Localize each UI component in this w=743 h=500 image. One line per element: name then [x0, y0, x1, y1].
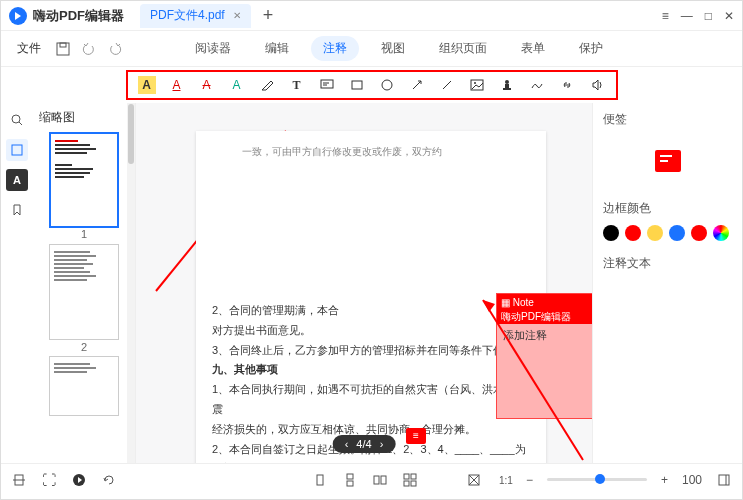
svg-line-7 [413, 81, 421, 89]
text-icon[interactable]: T [288, 76, 306, 94]
doc-line3a: 3、合同终止后，乙方 [212, 344, 317, 356]
right-panel: 便签 边框颜色 注释文本 [592, 103, 742, 463]
svg-rect-28 [381, 476, 386, 484]
page-navigator: ‹ 4/4 › [333, 435, 396, 453]
file-menu[interactable]: 文件 [13, 40, 45, 57]
pencil-icon[interactable] [258, 76, 276, 94]
svg-rect-25 [347, 474, 353, 479]
search-icon[interactable] [6, 109, 28, 131]
tab-annotate[interactable]: 注释 [311, 36, 359, 61]
svg-text:1:1: 1:1 [499, 475, 513, 486]
thumbnails-icon[interactable] [6, 139, 28, 161]
color-red-2[interactable] [691, 225, 707, 241]
doc-line3b: 参加甲方的管理招标并在同等条件下优先 [317, 344, 515, 356]
titlebar: 嗨动PDF编辑器 PDF文件4.pdf ✕ + ≡ — □ ✕ [1, 1, 742, 31]
annotation-toolbar: A A A A T [126, 70, 618, 100]
thumbnail-3[interactable] [49, 356, 119, 416]
underline-icon[interactable]: A [168, 76, 186, 94]
zoom-out-icon[interactable]: − [526, 473, 533, 487]
thumb-scrollbar[interactable] [127, 103, 135, 463]
svg-point-14 [12, 115, 20, 123]
svg-point-13 [505, 80, 509, 84]
color-black[interactable] [603, 225, 619, 241]
menu-icon[interactable]: ≡ [662, 9, 669, 23]
tab-form[interactable]: 表单 [509, 36, 557, 61]
single-page-icon[interactable] [312, 472, 328, 488]
thumbnail-2[interactable]: 2 [49, 244, 119, 340]
tab-protect[interactable]: 保护 [567, 36, 615, 61]
page-indicator: 4/4 [356, 438, 371, 450]
redo-icon[interactable] [107, 41, 123, 57]
undo-icon[interactable] [81, 41, 97, 57]
app-title: 嗨动PDF编辑器 [33, 7, 124, 25]
signature-icon[interactable] [528, 76, 546, 94]
left-iconbar: A [1, 103, 33, 463]
doc-line2: 对方提出书面意见。 [212, 321, 530, 341]
zoom-value: 100 [682, 473, 702, 487]
note-source: 嗨动PDF编辑器 [497, 310, 592, 324]
actual-size-icon[interactable]: 1:1 [496, 472, 512, 488]
fit-page-icon[interactable] [466, 472, 482, 488]
two-continuous-icon[interactable] [402, 472, 418, 488]
zoom-in-icon[interactable]: + [661, 473, 668, 487]
svg-point-6 [382, 80, 392, 90]
rectangle-icon[interactable] [348, 76, 366, 94]
image-icon[interactable] [468, 76, 486, 94]
prev-page-icon[interactable]: ‹ [345, 438, 349, 450]
color-red[interactable] [625, 225, 641, 241]
tab-reader[interactable]: 阅读器 [183, 36, 243, 61]
highlight-icon[interactable]: A [138, 76, 156, 94]
text-mode-icon[interactable]: A [6, 169, 28, 191]
sticky-preview[interactable] [603, 136, 732, 186]
doc-line7: 成部分。 [212, 459, 530, 463]
bookmark-icon[interactable] [6, 199, 28, 221]
app-logo [9, 7, 27, 25]
new-tab-button[interactable]: + [263, 5, 274, 26]
minimize-icon[interactable]: — [681, 9, 693, 23]
audio-icon[interactable] [588, 76, 606, 94]
svg-rect-2 [321, 80, 333, 88]
tab-edit[interactable]: 编辑 [253, 36, 301, 61]
fullscreen-icon[interactable]: ⛶ [41, 472, 57, 488]
color-blue[interactable] [669, 225, 685, 241]
play-icon[interactable] [71, 472, 87, 488]
strikethrough-icon[interactable]: A [198, 76, 216, 94]
note-icon[interactable] [318, 76, 336, 94]
expand-panel-icon[interactable] [716, 472, 732, 488]
note-body[interactable]: 添加注释 [497, 324, 592, 347]
tab-close-icon[interactable]: ✕ [233, 10, 241, 21]
circle-icon[interactable] [378, 76, 396, 94]
maximize-icon[interactable]: □ [705, 9, 712, 23]
continuous-icon[interactable] [342, 472, 358, 488]
svg-rect-32 [411, 481, 416, 486]
note-header[interactable]: ▦ Note 05/30/2024 15:05 ✕ [497, 294, 592, 310]
annotation-toolbar-wrap: A A A A T [1, 67, 742, 103]
svg-rect-37 [719, 475, 729, 485]
note-anchor-icon[interactable]: ≡ [406, 428, 426, 444]
color-yellow[interactable] [647, 225, 663, 241]
thumbnails-column: 缩略图 1 2 [33, 103, 135, 463]
zoom-slider[interactable] [547, 478, 647, 481]
color-picker-icon[interactable] [713, 225, 729, 241]
squiggly-icon[interactable]: A [228, 76, 246, 94]
fit-width-icon[interactable] [11, 472, 27, 488]
doc-line1: 2、合同的管理期满，本合 [212, 301, 530, 321]
stamp-icon[interactable] [498, 76, 516, 94]
svg-line-15 [19, 122, 22, 125]
left-panel: A 缩略图 1 2 [1, 103, 136, 463]
doc-top-frag: 一致，可由甲方自行修改更改或作废，双方约 [242, 143, 530, 161]
document-viewport[interactable]: 一致，可由甲方自行修改更改或作废，双方约 2、合同的管理期满，本合 对方提出书面… [136, 103, 592, 463]
save-icon[interactable] [55, 41, 71, 57]
tab-organize[interactable]: 组织页面 [427, 36, 499, 61]
next-page-icon[interactable]: › [380, 438, 384, 450]
two-page-icon[interactable] [372, 472, 388, 488]
thumbnail-1[interactable]: 1 [49, 132, 119, 228]
tab-view[interactable]: 视图 [369, 36, 417, 61]
line-icon[interactable] [438, 76, 456, 94]
arrow-icon[interactable] [408, 76, 426, 94]
link-icon[interactable] [558, 76, 576, 94]
sticky-note-popup[interactable]: ▦ Note 05/30/2024 15:05 ✕ 嗨动PDF编辑器 添加注释 [496, 293, 592, 419]
document-tab[interactable]: PDF文件4.pdf ✕ [140, 4, 251, 28]
rotate-icon[interactable] [101, 472, 117, 488]
close-icon[interactable]: ✕ [724, 9, 734, 23]
